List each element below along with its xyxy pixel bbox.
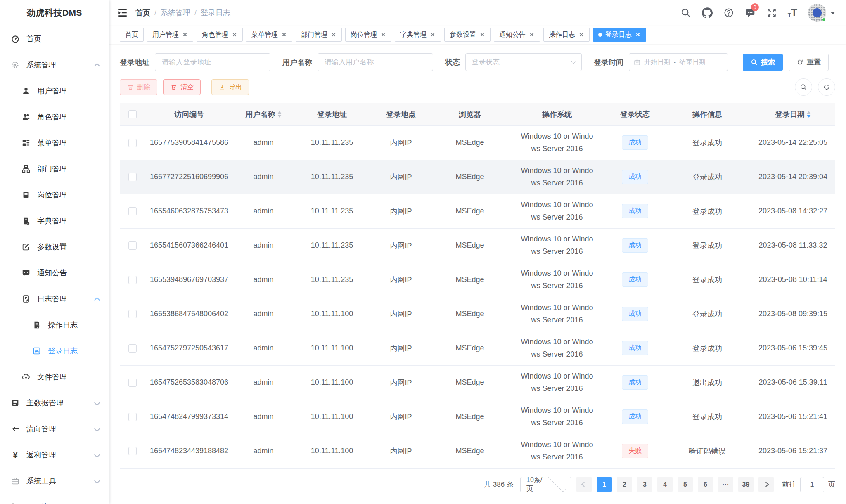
sidebar-fold-icon[interactable] [117,7,128,18]
close-icon[interactable] [479,32,485,38]
page-size-select[interactable]: 10条/页 [520,477,571,492]
table-row[interactable]: 1655415607366246401 admin 10.11.11.235 内… [120,228,835,263]
row-checkbox[interactable] [128,344,137,353]
sort-icon[interactable] [277,111,282,118]
export-button[interactable]: 导出 [211,79,249,95]
page-button-2[interactable]: 2 [617,477,632,492]
message-icon[interactable]: 0 [745,7,756,18]
sidebar-item-label: 流向管理 [26,424,56,434]
sidebar-item-system-management[interactable]: 系统管理 [0,52,109,78]
table-row[interactable]: 1654752797250543617 admin 10.11.11.100 内… [120,331,835,365]
tab-login-log[interactable]: 登录日志 [593,28,646,42]
clear-button[interactable]: 清空 [163,79,201,95]
sidebar-item-post-management[interactable]: 岗位管理 [0,182,109,208]
row-checkbox[interactable] [128,447,137,455]
more-pages-button[interactable]: ··· [718,477,733,492]
tab-user-management[interactable]: 用户管理 [147,28,193,42]
sidebar-item-file-management[interactable]: 文件管理 [0,364,109,390]
user-name-input[interactable] [318,53,433,71]
col-user-name[interactable]: 用户名称 [233,103,294,125]
tab-notice[interactable]: 通知公告 [494,28,540,42]
tab-menu-management[interactable]: 菜单管理 [246,28,292,42]
page-button-4[interactable]: 4 [657,477,673,492]
tab-dict-management[interactable]: 字典管理 [395,28,441,42]
row-checkbox[interactable] [128,310,137,318]
row-checkbox[interactable] [128,173,137,181]
table-row[interactable]: 1654748247999373314 admin 10.11.11.100 内… [120,400,835,434]
select-all-checkbox[interactable] [128,110,137,118]
sidebar-item-dict-management[interactable]: 字典管理 [0,208,109,234]
row-checkbox[interactable] [128,241,137,250]
row-checkbox[interactable] [128,413,137,421]
table-row[interactable]: 1655386847548006402 admin 10.11.11.100 内… [120,297,835,331]
tab-param-settings[interactable]: 参数设置 [444,28,491,42]
sidebar-item-user-management[interactable]: 用户管理 [0,78,109,104]
page-button-3[interactable]: 3 [637,477,652,492]
date-range-picker[interactable]: 开始日期 - 结束日期 [629,53,728,71]
sidebar-item-notice[interactable]: 通知公告 [0,260,109,286]
avatar[interactable] [808,4,826,22]
goto-page-input[interactable] [800,477,824,492]
close-icon[interactable] [635,32,641,38]
sidebar-item-menu-management[interactable]: 菜单管理 [0,130,109,156]
sidebar-item-login-log[interactable]: 登录日志 [0,338,109,364]
tab-home[interactable]: 首页 [120,28,144,42]
login-address-input[interactable] [155,53,270,71]
col-login-date[interactable]: 登录日期 [751,103,835,125]
sidebar-item-workflow[interactable]: 工作流 [0,494,109,504]
next-page-button[interactable] [758,477,774,492]
sidebar-item-flow-management[interactable]: 流向管理 [0,416,109,442]
table-row[interactable]: 1655394896769703937 admin 10.11.11.235 内… [120,263,835,297]
font-size-icon[interactable]: TT [788,8,797,18]
close-icon[interactable] [182,32,188,38]
table-row[interactable]: 1657753905841475586 admin 10.11.11.235 内… [120,125,835,160]
sidebar-item-log-management[interactable]: 日志管理 [0,286,109,312]
reset-button[interactable]: 重置 [789,54,829,71]
page-button-39[interactable]: 39 [738,477,754,492]
close-icon[interactable] [380,32,386,38]
table-row[interactable]: 1654748234439188482 admin 10.11.11.100 内… [120,434,835,468]
sidebar-item-home[interactable]: 首页 [0,26,109,52]
row-checkbox[interactable] [128,276,137,284]
search-button[interactable]: 搜索 [743,54,783,71]
row-checkbox[interactable] [128,379,137,387]
page-button-5[interactable]: 5 [678,477,693,492]
close-icon[interactable] [281,32,287,38]
breadcrumb-home[interactable]: 首页 [135,8,150,18]
sidebar-item-dept-management[interactable]: 部门管理 [0,156,109,182]
sidebar-item-param-settings[interactable]: 参数设置 [0,234,109,260]
refresh-button[interactable] [818,78,835,96]
prev-page-button[interactable] [576,477,592,492]
close-icon[interactable] [430,32,436,38]
close-icon[interactable] [331,32,337,38]
sidebar-item-master-data[interactable]: 主数据管理 [0,390,109,416]
close-icon[interactable] [578,32,584,38]
search-icon[interactable] [680,7,691,18]
sort-icon[interactable] [807,111,811,118]
sidebar-item-system-tools[interactable]: 系统工具 [0,468,109,494]
login-status-select[interactable]: 登录状态 [465,53,582,71]
user-avatar-menu[interactable] [808,4,835,22]
tab-post-management[interactable]: 岗位管理 [345,28,391,42]
close-icon[interactable] [529,32,535,38]
tab-dept-management[interactable]: 部门管理 [296,28,342,42]
row-checkbox[interactable] [128,207,137,215]
delete-button[interactable]: 删除 [120,79,157,95]
fullscreen-icon[interactable] [766,7,777,18]
tab-operation-log[interactable]: 操作日志 [543,28,590,42]
help-icon[interactable] [723,7,734,18]
sidebar-item-label: 文件管理 [37,372,67,382]
close-icon[interactable] [232,32,237,38]
sidebar-item-operation-log[interactable]: 操作日志 [0,312,109,338]
table-row[interactable]: 1654752653583048706 admin 10.11.11.100 内… [120,365,835,400]
sidebar-item-role-management[interactable]: 角色管理 [0,104,109,130]
toggle-search-button[interactable] [795,78,812,96]
row-checkbox[interactable] [128,139,137,147]
table-row[interactable]: 1657727225160699906 admin 10.11.11.235 内… [120,160,835,194]
github-icon[interactable] [702,7,713,18]
page-button-6[interactable]: 6 [698,477,713,492]
sidebar-item-rebate-management[interactable]: ¥ 返利管理 [0,442,109,468]
tab-role-management[interactable]: 角色管理 [197,28,243,42]
page-button-1[interactable]: 1 [597,477,612,492]
table-row[interactable]: 1655460632875753473 admin 10.11.11.235 内… [120,194,835,228]
